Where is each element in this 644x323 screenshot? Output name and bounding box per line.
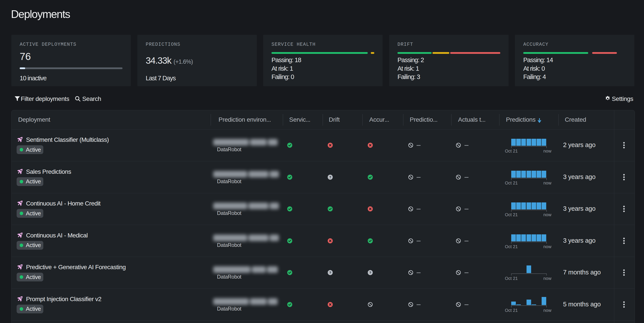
svg-text:?: ? — [329, 175, 331, 179]
svg-text:?: ? — [329, 271, 331, 274]
svg-text:?: ? — [369, 271, 371, 274]
